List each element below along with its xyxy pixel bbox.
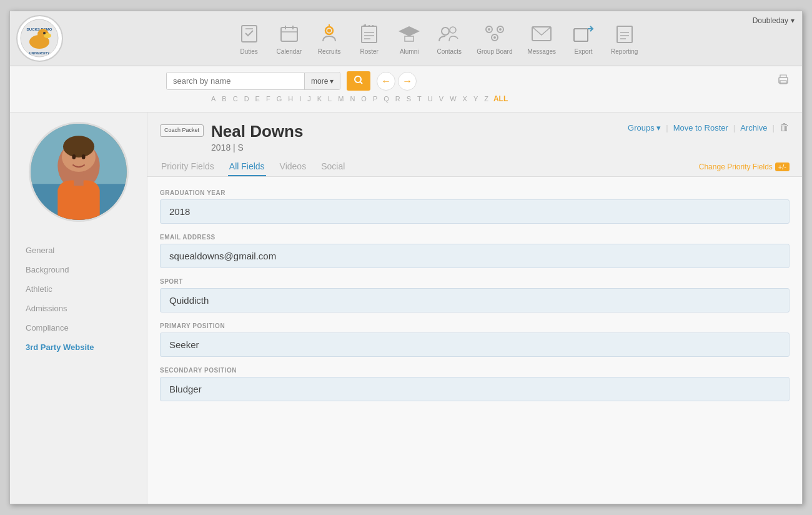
logo-area[interactable]: DUCKS DEMO UNIVERSITY	[16, 15, 66, 62]
profile-header: Coach Packet Neal Downs 2018 | S Groups …	[147, 112, 802, 152]
archive-link[interactable]: Archive	[740, 123, 767, 132]
alpha-m[interactable]: M	[337, 94, 345, 103]
alpha-p[interactable]: P	[372, 94, 379, 103]
field-label-primary_position: PRIMARY POSITION	[160, 322, 790, 329]
tab-all[interactable]: All Fields	[228, 158, 266, 176]
alpha-x[interactable]: X	[462, 94, 468, 103]
alpha-l[interactable]: L	[327, 94, 333, 103]
side-nav-compliance[interactable]: Compliance	[19, 318, 137, 338]
field-label-sport: SPORT	[160, 278, 790, 285]
alpha-u[interactable]: U	[427, 94, 434, 103]
svg-point-5	[43, 32, 46, 34]
side-nav-general[interactable]: General	[19, 241, 137, 260]
alpha-d[interactable]: D	[243, 94, 250, 103]
svg-rect-49	[74, 175, 83, 186]
alpha-c[interactable]: C	[232, 94, 239, 103]
more-button[interactable]: more ▾	[304, 73, 340, 89]
alpha-n[interactable]: N	[349, 94, 356, 103]
tab-social[interactable]: Social	[320, 158, 346, 176]
alpha-g[interactable]: G	[275, 94, 284, 103]
nav-recruits[interactable]: Recruits	[310, 19, 348, 58]
field-group-graduation_year: GRADUATION YEAR2018	[160, 189, 790, 224]
field-value-primary_position: Seeker	[160, 332, 790, 357]
alpha-s[interactable]: S	[405, 94, 412, 103]
nav-calendar-label: Calendar	[277, 48, 302, 55]
contacts-icon	[438, 22, 460, 46]
next-arrow[interactable]: →	[398, 72, 417, 91]
alpha-q[interactable]: Q	[382, 94, 390, 103]
svg-text:UNIVERSITY: UNIVERSITY	[29, 51, 49, 55]
nav-roster-label: Roster	[360, 48, 378, 55]
nav-recruits-label: Recruits	[318, 48, 341, 55]
svg-rect-33	[617, 26, 632, 42]
nav-arrows: ← →	[377, 72, 417, 91]
move-to-roster-link[interactable]: Move to Roster	[673, 123, 728, 132]
nav-roster[interactable]: Roster	[350, 19, 388, 58]
search-button[interactable]	[347, 71, 370, 91]
nav-export[interactable]: Export	[565, 19, 602, 58]
alpha-b[interactable]: B	[220, 94, 227, 103]
svg-point-27	[488, 28, 490, 31]
field-label-graduation_year: GRADUATION YEAR	[160, 189, 790, 196]
side-nav-background[interactable]: Background	[19, 260, 137, 279]
alpha-t[interactable]: T	[416, 94, 423, 103]
nav-items: Duties Calendar Recruits Roster	[79, 19, 796, 58]
svg-rect-21	[405, 36, 413, 41]
alpha-y[interactable]: Y	[472, 94, 479, 103]
alpha-j[interactable]: J	[306, 94, 312, 103]
alpha-v[interactable]: V	[438, 94, 445, 103]
print-button[interactable]	[777, 73, 790, 89]
nav-contacts[interactable]: Contacts	[430, 19, 468, 58]
coach-packet-button[interactable]: Coach Packet	[160, 124, 204, 137]
alpha-all[interactable]: ALL	[493, 94, 508, 103]
svg-line-38	[360, 82, 362, 84]
calendar-icon	[279, 22, 299, 46]
field-label-secondary_position: SECONDARY POSITION	[160, 367, 790, 374]
groups-button[interactable]: Groups ▾	[628, 123, 661, 132]
nav-group-board[interactable]: Group Board	[470, 19, 518, 58]
nav-calendar[interactable]: Calendar	[270, 19, 309, 58]
profile-name-area: Coach Packet Neal Downs 2018 | S	[160, 122, 303, 152]
alpha-k[interactable]: K	[316, 94, 323, 103]
side-nav-admissions[interactable]: Admissions	[19, 299, 137, 318]
side-nav-third_party[interactable]: 3rd Party Website	[19, 338, 137, 357]
nav-alumni[interactable]: Alumni	[390, 19, 428, 58]
field-value-secondary_position: Bludger	[160, 377, 790, 401]
nav-messages[interactable]: Messages	[521, 19, 562, 58]
user-area[interactable]: Doubleday ▾	[753, 16, 795, 25]
alpha-f[interactable]: F	[265, 94, 272, 103]
field-label-email_address: EMAIL ADDRESS	[160, 234, 790, 241]
nav-reporting[interactable]: Reporting	[605, 19, 644, 58]
trash-button[interactable]: 🗑	[780, 122, 790, 133]
nav-export-label: Export	[575, 48, 593, 55]
tab-priority[interactable]: Priority Fields	[160, 158, 215, 176]
roster-icon	[359, 22, 379, 46]
side-nav: GeneralBackgroundAthleticAdmissionsCompl…	[19, 241, 137, 357]
alpha-o[interactable]: O	[360, 94, 368, 103]
field-group-primary_position: PRIMARY POSITIONSeeker	[160, 322, 790, 357]
svg-point-28	[499, 28, 502, 31]
alpha-i[interactable]: I	[298, 94, 302, 103]
fields-area: GRADUATION YEAR2018EMAIL ADDRESSsquealdo…	[147, 177, 802, 504]
change-priority-button[interactable]: Change Priority Fields +/-	[699, 162, 790, 171]
nav-reporting-label: Reporting	[611, 48, 638, 55]
tab-videos[interactable]: Videos	[279, 158, 308, 176]
alpha-w[interactable]: W	[448, 94, 457, 103]
alpha-r[interactable]: R	[394, 94, 402, 103]
search-input[interactable]	[167, 72, 304, 89]
alpha-e[interactable]: E	[254, 94, 261, 103]
prev-arrow[interactable]: ←	[377, 72, 395, 91]
search-wrap: more ▾	[166, 72, 340, 90]
alpha-a[interactable]: A	[210, 94, 217, 103]
left-panel: GeneralBackgroundAthleticAdmissionsCompl…	[10, 112, 147, 504]
alpha-z[interactable]: Z	[483, 94, 490, 103]
alpha-h[interactable]: H	[287, 94, 294, 103]
recruits-icon	[319, 22, 339, 46]
alumni-icon	[399, 22, 420, 46]
side-nav-athletic[interactable]: Athletic	[19, 279, 137, 299]
svg-marker-20	[399, 26, 420, 36]
plus-minus-badge: +/-	[775, 162, 790, 171]
field-value-graduation_year: 2018	[160, 199, 790, 224]
nav-duties-label: Duties	[240, 48, 257, 55]
nav-duties[interactable]: Duties	[230, 19, 268, 58]
